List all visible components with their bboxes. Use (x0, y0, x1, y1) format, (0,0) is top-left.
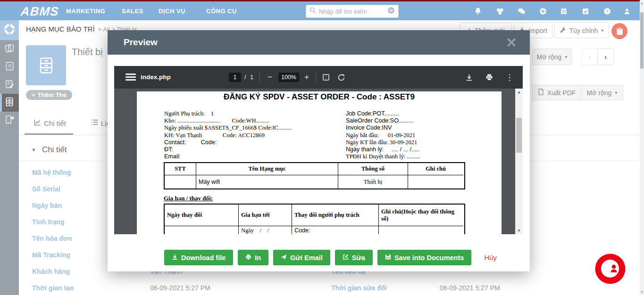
sidebar-item-help-book[interactable]: ? (0, 58, 19, 76)
close-icon[interactable] (506, 37, 517, 48)
zoom-out-icon[interactable]: − (264, 72, 276, 83)
calendar-icon[interactable] (560, 7, 569, 16)
clipboard-badge[interactable] (611, 23, 627, 39)
search-icon (309, 7, 316, 16)
scroll-down-icon[interactable]: ▼ (640, 290, 644, 294)
nav-marketing[interactable]: MARKETING (66, 8, 105, 15)
caret-down-icon: ▾ (615, 90, 617, 95)
caret-down-icon: ▼ (31, 147, 36, 153)
menu-icon[interactable] (125, 74, 136, 81)
field-label-thoi-gian-sua-doi[interactable]: Thời gian sửa đổi (331, 284, 387, 292)
section-chi-tiet[interactable]: ▼ Chi tiết (31, 145, 67, 155)
nav-dich-vu[interactable]: DỊCH VỤ (159, 8, 185, 15)
sidebar-item-assets[interactable] (0, 94, 19, 112)
rotate-icon[interactable] (335, 72, 347, 83)
prev-record-button[interactable]: ‹ (582, 49, 598, 65)
next-record-button[interactable]: › (597, 49, 614, 65)
send-email-button[interactable]: Gửi Email (273, 250, 330, 265)
add-circle-icon[interactable] (539, 7, 548, 16)
caret-down-icon: ▾ (565, 54, 567, 59)
wrench-icon (560, 27, 566, 34)
sidebar-item-support[interactable] (0, 20, 19, 40)
sidebar-item-note-edit[interactable] (0, 76, 19, 94)
modified-time-value: 06-09-2021 5:27 PM (440, 284, 500, 292)
field-label-ma-tracking[interactable]: Mã Tracking (32, 251, 70, 259)
save-icon (385, 254, 391, 262)
caret-down-icon: ▾ (601, 28, 603, 33)
field-label-thoi-gian-tao[interactable]: Thời gian tạo (32, 284, 74, 292)
breadcrumb-sep: > (98, 26, 102, 33)
mo-rong-button[interactable]: Mở rộng ▾ (532, 49, 572, 65)
apps-icon[interactable] (495, 7, 505, 16)
pdf-viewer: index.php 1 / 1 − 100% + (114, 66, 523, 234)
pdf-file-icon (538, 89, 544, 97)
tuy-chinh-button[interactable]: Tùy chỉnh ▾ (554, 23, 609, 38)
sidebar-item-cards[interactable] (0, 40, 19, 58)
field-label-ma-he-thong[interactable]: Mã hệ thống (32, 169, 71, 176)
help-icon[interactable]: ? (603, 7, 612, 16)
field-label-so-serial[interactable]: Số Serial (32, 185, 60, 193)
scroll-up-icon[interactable]: ▲ (515, 90, 523, 94)
field-label-tinh-trang[interactable]: Tình trạng (32, 218, 64, 226)
download-icon[interactable] (463, 72, 475, 83)
nav-cong-cu[interactable]: CÔNG CỤ (206, 8, 237, 15)
zoom-in-icon[interactable]: + (301, 72, 312, 83)
left-sidebar: ? (0, 20, 19, 295)
more-options-icon[interactable]: ⋮ (504, 72, 515, 83)
page-scrollbar[interactable]: ▲ ▼ (640, 0, 644, 295)
mo-rong-button-2[interactable]: Mở rộng ▾ (581, 85, 623, 100)
scroll-down-icon[interactable]: ▼ (515, 229, 523, 233)
chevron-left-icon: ‹ (589, 53, 591, 61)
save-into-documents-button[interactable]: Save into Documents (377, 250, 471, 265)
doc-info-right: Job Code:POT......... SaleOrder Code:SO.… (346, 110, 420, 160)
search-scope-chevron-icon[interactable] (387, 7, 395, 16)
user-icon[interactable] (623, 7, 632, 16)
modal-footer: Download file In Gửi Email Sửa Save into… (164, 250, 497, 265)
tab-chi-tiet[interactable]: Chi tiết (34, 119, 66, 127)
download-icon (172, 254, 178, 262)
tasks-icon[interactable] (581, 7, 591, 16)
svg-text:?: ? (8, 63, 11, 69)
svg-text:?: ? (606, 9, 609, 14)
pdf-filename: index.php (141, 74, 171, 81)
doc-info-left: Người Phụ trách: 1 Kho: ................… (164, 110, 292, 160)
edit-button[interactable]: Sửa (335, 250, 373, 265)
download-file-button[interactable]: Download file (164, 250, 233, 265)
field-label-ten-hoa-don[interactable]: Tên hóa đơn (32, 235, 72, 242)
pdf-scroll-thumb[interactable] (516, 118, 522, 153)
abms-logo[interactable]: ABMS (20, 4, 59, 19)
support-widget-logo[interactable] (594, 253, 626, 285)
cancel-link[interactable]: Hủy (484, 254, 497, 262)
bell-icon[interactable] (474, 7, 483, 16)
pdf-toolbar: index.php 1 / 1 − 100% + (114, 66, 523, 89)
page-scroll-thumb[interactable] (640, 12, 644, 69)
send-icon (281, 254, 287, 262)
life-ring-icon (3, 23, 16, 37)
breadcrumb-root[interactable]: HẠNG MỤC BẢO TRÌ (26, 25, 95, 33)
xuat-pdf-button[interactable]: Xuất PDF (532, 85, 581, 100)
scroll-up-icon[interactable]: ▲ (640, 1, 644, 5)
help-book-icon: ? (4, 61, 15, 74)
page-number-input[interactable]: 1 (229, 73, 241, 82)
fit-page-icon[interactable] (320, 72, 332, 83)
add-tag-button[interactable]: + Thêm Thẻ (26, 90, 72, 100)
field-label-ngay-ban[interactable]: Ngày bán (32, 202, 62, 209)
toolbar-divider (259, 72, 260, 82)
modal-title: Preview (124, 37, 158, 48)
plus-icon: + (32, 91, 35, 98)
pdf-document-page: ĐĂNG KÝ SPDV - ASSET ORDER - Code : ASSE… (137, 91, 502, 234)
search-input[interactable] (319, 8, 387, 15)
asset-cabinet-icon (4, 96, 15, 109)
global-search[interactable] (306, 5, 399, 18)
page-total: 1 (250, 74, 253, 81)
zoom-level[interactable]: 100% (278, 73, 299, 82)
nav-sales[interactable]: SALES (122, 8, 143, 15)
field-label-khach-hang[interactable]: Khách hàng (32, 268, 70, 275)
note-edit-icon (4, 79, 15, 91)
sidebar-item-phone-feedback[interactable] (0, 112, 19, 130)
pdf-scrollbar[interactable]: ▲ ▼ (515, 89, 523, 234)
print-icon[interactable] (484, 72, 495, 83)
print-button[interactable]: In (238, 250, 268, 265)
chat-icon[interactable] (517, 7, 527, 16)
chart-icon (34, 119, 41, 127)
